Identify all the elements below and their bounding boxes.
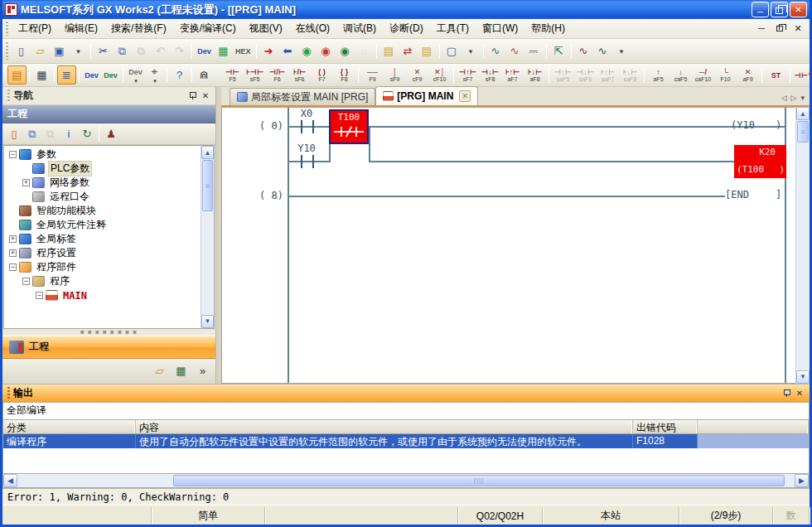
write-to-plc-icon[interactable]: ➜ [259, 41, 278, 60]
coil-t100-block[interactable]: K20 (T100 ) [734, 145, 786, 178]
device-search-icon[interactable]: ⌖▾ [145, 65, 164, 85]
ladder-cursor-t100[interactable]: T100 [329, 109, 369, 144]
tree-expander-icon[interactable]: − [36, 292, 43, 299]
device-test-icon[interactable]: ⎓ [524, 41, 544, 60]
cross-reference-icon[interactable]: ▦ [214, 41, 233, 60]
horizontal-line-icon[interactable]: ──F9 [361, 65, 384, 85]
tree-expander-icon[interactable]: + [9, 235, 17, 243]
menu-item-1[interactable]: 编辑(E) [58, 19, 104, 38]
tree-expander-icon[interactable]: + [9, 249, 17, 257]
menu-item-5[interactable]: 在线(O) [289, 19, 336, 38]
tree-expander-icon[interactable]: − [22, 278, 30, 285]
close-contact-icon[interactable]: ⊣/⊢F6 [266, 65, 288, 85]
copy-icon[interactable]: ⧉ [113, 41, 132, 60]
nav-user-icon[interactable]: ♟ [102, 125, 120, 143]
application-instruction-icon[interactable]: { }F8 [333, 65, 355, 85]
open-project-icon[interactable]: ▱ [31, 41, 50, 60]
tree-item-网络参数[interactable]: +网络参数 [6, 176, 201, 190]
tree-item-智能功能模块[interactable]: 智能功能模块 [6, 204, 201, 218]
nav-pin-button[interactable] [186, 89, 199, 102]
pulse-contact-rising-icon[interactable]: ⊣↑⊢sF7 [457, 65, 479, 85]
tab-scroll-right-icon[interactable]: ▷ [791, 94, 797, 102]
read-from-plc-icon[interactable]: ⬅ [278, 41, 297, 60]
nav-new-item-icon[interactable]: ▯ [5, 125, 23, 143]
output-column-1[interactable]: 内容 [136, 420, 633, 433]
tree-expander-icon[interactable]: − [9, 151, 17, 158]
vertical-line-icon[interactable]: │sF9 [384, 65, 406, 85]
menu-item-8[interactable]: 工具(T) [430, 19, 476, 38]
invert-result-icon[interactable]: ─/caF10 [692, 65, 714, 85]
tree-scrollbar[interactable]: ▲ ▼ [201, 146, 214, 328]
tree-item-参数[interactable]: −参数 [6, 147, 201, 162]
comment-edit-icon[interactable]: ▤ [379, 41, 399, 60]
editor-scroll-thumb[interactable] [797, 121, 809, 143]
monitor-watch-icon[interactable]: ◉ [336, 41, 355, 60]
output-pin-button[interactable] [780, 387, 793, 399]
tab-menu-icon[interactable]: ▾ [800, 94, 805, 102]
device-monitor-icon[interactable]: Dev [101, 65, 120, 85]
scroll-down-icon[interactable]: ▼ [201, 315, 214, 328]
device-display-icon[interactable]: Dev▾ [126, 65, 145, 85]
list-view-icon[interactable]: ≣ [57, 65, 76, 85]
menu-item-9[interactable]: 窗口(W) [476, 19, 524, 38]
inline-st-icon[interactable]: ST [765, 65, 787, 85]
watch-stop-icon[interactable]: ∿ [505, 41, 524, 60]
tree-item-全局软元件注释[interactable]: 全局软元件注释 [6, 218, 201, 232]
statement-edit-icon[interactable]: ▤ [418, 41, 437, 60]
tab-inactive-0[interactable]: 局部标签设置 MAIN [PRG] [230, 88, 375, 105]
tree-item-程序[interactable]: −程序 [6, 274, 201, 288]
tree-expander-icon[interactable]: + [22, 179, 30, 186]
close-button[interactable]: ✕ [790, 2, 807, 17]
delete-vertical-line-icon[interactable]: ✕│cF10 [428, 65, 451, 85]
minimize-button[interactable]: ─ [752, 2, 769, 17]
scroll-up-icon[interactable]: ▲ [201, 146, 214, 159]
editor-scrollbar[interactable]: ▲ ▼ [795, 107, 810, 384]
menu-item-2[interactable]: 搜索/替换(F) [104, 19, 173, 38]
menu-item-10[interactable]: 帮助(H) [524, 19, 572, 38]
help-icon[interactable]: ? [170, 65, 189, 85]
pulse-parallel-rising-icon[interactable]: ⊦↑⊢aF7 [501, 65, 524, 85]
monitor-screen-icon[interactable]: ▢ [442, 41, 462, 60]
menu-item-0[interactable]: 工程(P) [12, 19, 58, 38]
output-column-2[interactable]: 出错代码 [633, 420, 698, 433]
close-contact-parallel-icon[interactable]: ⊦/⊢sF6 [288, 65, 311, 85]
sampling-trace-icon[interactable]: ⇱ [549, 41, 568, 60]
mdi-close-button[interactable]: ✕ [791, 23, 805, 34]
monitor-stop-icon[interactable]: ◉ [317, 41, 336, 60]
tree-item-PLC参数[interactable]: PLC参数 [6, 162, 201, 176]
menu-item-7[interactable]: 诊断(D) [383, 19, 430, 38]
tree-scroll-thumb[interactable] [202, 160, 213, 211]
hscroll-thumb[interactable] [173, 475, 785, 486]
open-contact-icon[interactable]: ⊣⊢F5 [221, 65, 244, 85]
ladder-editor[interactable]: ( 0) X0 T100 ( [221, 107, 795, 384]
nav-resize-grip[interactable]: ■ ■ ■ ■ ■ ■ ■ ■ [2, 329, 215, 336]
nav-refresh-icon[interactable]: ↻ [78, 125, 96, 143]
output-hscrollbar[interactable]: ◀ ▶ [2, 473, 810, 488]
rising-pulse-icon[interactable]: ↑aF5 [647, 65, 669, 85]
hscroll-left-icon[interactable]: ◀ [3, 474, 17, 487]
verify-icon[interactable]: ⇄ [399, 41, 418, 60]
tab-active-1[interactable]: [PRG] MAIN✕ [375, 86, 478, 105]
coil-icon[interactable]: ( )F7 [311, 65, 333, 85]
device-comment-display-icon[interactable]: Dev [82, 65, 101, 85]
nav-close-button[interactable]: ✕ [199, 89, 212, 102]
watch-start-icon[interactable]: ∿ [486, 41, 505, 60]
hex-find-icon[interactable]: HEX [233, 41, 254, 60]
tree-item-全局标签[interactable]: +全局标签 [6, 232, 201, 246]
edit-contact-icon[interactable]: ⊣⊢✎ [793, 65, 812, 85]
restore-button[interactable] [771, 2, 788, 17]
save-dropdown-icon[interactable]: ▾ [69, 41, 88, 60]
mdi-restore-button[interactable] [773, 23, 786, 34]
cut-icon[interactable]: ✂ [94, 41, 113, 60]
monitor-start-icon[interactable]: ◉ [297, 41, 317, 60]
editor-scroll-down-icon[interactable]: ▼ [796, 370, 810, 384]
nav-copy-icon[interactable]: ⧉ [23, 125, 41, 143]
more-dropdown-icon[interactable]: ▾ [612, 41, 631, 60]
wave-monitor-icon[interactable]: ∿ [574, 41, 593, 60]
output-column-0[interactable]: 分类 [3, 420, 136, 433]
editor-scroll-up-icon[interactable]: ▲ [796, 107, 810, 120]
tree-item-程序设置[interactable]: +程序设置 [6, 246, 201, 260]
menu-item-4[interactable]: 视图(V) [243, 19, 289, 38]
nav-property-icon[interactable]: i [60, 125, 78, 143]
hscroll-right-icon[interactable]: ▶ [795, 474, 809, 487]
